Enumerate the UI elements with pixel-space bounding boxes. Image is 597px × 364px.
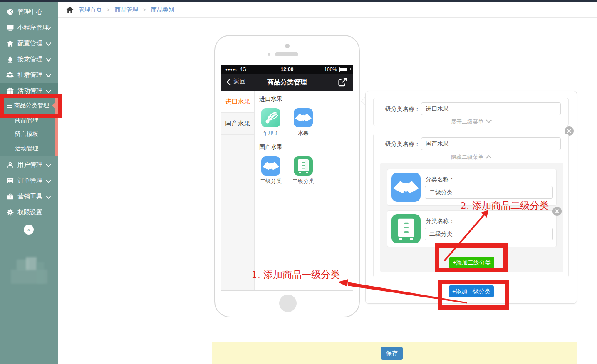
- sidebar-item-label: 社群管理: [17, 71, 42, 79]
- primary-category-name-input-2[interactable]: [421, 137, 561, 150]
- sidebar-subitem-product[interactable]: 商品管理: [0, 113, 55, 127]
- watermark-logo: [37, 262, 44, 284]
- add-secondary-category-button[interactable]: +添加二级分类: [449, 257, 494, 269]
- chevron-down-icon: [46, 193, 51, 199]
- secondary-category-panel: 分类名称： 分类名称： +添加二级分类: [380, 163, 563, 272]
- briefcase-icon: [6, 192, 14, 201]
- phone-category-tabs: 进口水果 国产水果: [221, 91, 255, 290]
- chevron-down-icon: [46, 56, 51, 62]
- sidebar-subitem-label: 商品分类管理: [14, 102, 49, 109]
- sidebar-subitem-label: 活动管理: [15, 145, 38, 152]
- phone-status-bar: ●●●●○ 4G 12:00 100%: [221, 65, 353, 74]
- annotation-step2-text: 2. 添加商品二级分类: [460, 199, 549, 212]
- remove-secondary-category-button[interactable]: [552, 207, 562, 216]
- home-icon: [66, 7, 74, 13]
- field-label: 一级分类名称：: [378, 141, 420, 148]
- battery-icon: [339, 67, 349, 72]
- sidebar-item-miniprogram[interactable]: 小程序管理: [0, 20, 58, 35]
- sidebar-item-label: 管理中心: [17, 8, 42, 16]
- category-item-label: 二级分类: [289, 178, 318, 185]
- cabinet-icon[interactable]: [391, 214, 421, 243]
- home-icon: [6, 39, 14, 47]
- ink-drop-icon: [6, 55, 14, 63]
- add-primary-category-button[interactable]: +添加一级分类: [449, 285, 494, 297]
- hide-submenu-toggle[interactable]: 隐藏二级菜单: [374, 154, 568, 161]
- category-item-label: 车厘子: [256, 129, 285, 137]
- sidebar-subitem-message-template[interactable]: 留言模板: [0, 127, 55, 141]
- battery-percent-label: 100%: [324, 67, 337, 72]
- annotation-step1-text: 1. 添加商品一级分类: [251, 268, 340, 281]
- chevron-down-icon: [46, 178, 51, 183]
- page: 管理中心 小程序管理 配置管理 接龙管理 社群管理: [0, 0, 597, 364]
- category-item-label: 二级分类: [256, 178, 285, 185]
- breadcrumb-link-product-category[interactable]: 商品类别: [151, 6, 174, 14]
- category-item-label: 水果: [289, 129, 318, 137]
- handshake-icon[interactable]: [261, 156, 280, 176]
- sidebar-item-label: 配置管理: [17, 40, 42, 47]
- breadcrumb: 管理首页 > 商品管理 > 商品类别: [58, 2, 597, 18]
- sidebar-item-label: 用户管理: [17, 161, 42, 169]
- primary-category-group-1: 一级分类名称： 展开二级菜单: [373, 98, 569, 126]
- sidebar-item-config[interactable]: 配置管理: [0, 35, 58, 51]
- gear-icon: [6, 208, 14, 216]
- sidebar-item-order[interactable]: 订单管理: [0, 173, 58, 188]
- handshake-icon[interactable]: [294, 108, 313, 127]
- share-icon[interactable]: [337, 77, 348, 89]
- breadcrumb-link-product-manage[interactable]: 商品管理: [115, 6, 138, 14]
- secondary-category-name-input-1[interactable]: [425, 186, 553, 199]
- user-icon: [6, 161, 14, 169]
- sidebar-subitem-label: 留言模板: [15, 131, 38, 138]
- chevron-down-icon: [486, 117, 492, 123]
- phone-page-title: 商品分类管理: [221, 78, 353, 87]
- phone-sensor-dot: [268, 53, 270, 56]
- cabinet-icon[interactable]: [294, 156, 313, 176]
- handshake-icon[interactable]: [391, 173, 421, 202]
- category-form-panel: 一级分类名称： 展开二级菜单 一级分类名称： 隐藏二级菜单 分: [365, 91, 577, 304]
- gift-icon: [6, 87, 14, 95]
- phone-camera-dot: [285, 44, 290, 48]
- tab-imported-fruit[interactable]: 进口水果: [221, 91, 254, 113]
- order-list-icon: [6, 176, 14, 185]
- section-title: 进口水果: [259, 95, 282, 103]
- expand-submenu-toggle[interactable]: 展开二级菜单: [374, 118, 568, 126]
- sidebar-item-user[interactable]: 用户管理: [0, 157, 58, 173]
- shuttlecock-icon[interactable]: [261, 108, 280, 127]
- phone-home-button[interactable]: [279, 295, 297, 312]
- sidebar-subitem-label: 商品管理: [15, 116, 38, 124]
- phone-nav-bar: 返回 商品分类管理: [221, 74, 353, 91]
- sidebar-subitem-activity-manage[interactable]: 活动管理: [0, 141, 55, 156]
- section-title: 国产水果: [259, 144, 282, 151]
- secondary-category-row: 分类名称：: [387, 210, 557, 247]
- sidebar-item-label: 权限设置: [17, 208, 42, 216]
- sidebar-collapse-button[interactable]: «: [24, 225, 34, 235]
- sidebar-subitem-product-category[interactable]: 商品分类管理: [0, 98, 55, 113]
- sidebar-item-jielong[interactable]: 接龙管理: [0, 51, 58, 67]
- field-label: 一级分类名称：: [378, 106, 420, 113]
- dashboard-icon: [6, 7, 14, 16]
- menu-bars-icon: [7, 104, 12, 108]
- toggle-label: 展开二级菜单: [451, 119, 483, 125]
- chevron-up-icon: [486, 155, 492, 161]
- sidebar-item-label: 订单管理: [17, 177, 42, 185]
- sidebar-item-community[interactable]: 社群管理: [0, 67, 58, 83]
- breadcrumb-link-home[interactable]: 管理首页: [79, 6, 102, 14]
- phone-speaker: [275, 52, 298, 56]
- breadcrumb-separator: >: [107, 7, 110, 13]
- phone-body: 进口水果 国产水果 进口水果 车厘子 水果 国产水果: [221, 91, 353, 290]
- sidebar-item-permission[interactable]: 权限设置: [0, 204, 58, 220]
- sidebar-item-label: 营销工具: [17, 193, 42, 201]
- phone-screen: ●●●●○ 4G 12:00 100% 返回 商品分类管理: [221, 65, 353, 291]
- users-icon: [6, 71, 14, 79]
- save-button[interactable]: 保存: [381, 347, 403, 360]
- secondary-category-name-input-2[interactable]: [425, 228, 553, 240]
- phone-category-content: 进口水果 车厘子 水果 国产水果 二级分类: [255, 91, 353, 290]
- sidebar-item-marketing[interactable]: 营销工具: [0, 188, 58, 204]
- sidebar: 管理中心 小程序管理 配置管理 接龙管理 社群管理: [0, 2, 58, 364]
- tab-domestic-fruit[interactable]: 国产水果: [221, 113, 254, 135]
- primary-category-name-input-1[interactable]: [421, 102, 561, 115]
- watermark-logo: [26, 257, 37, 270]
- breadcrumb-separator: >: [143, 7, 146, 13]
- sidebar-item-admin-center[interactable]: 管理中心: [0, 4, 58, 20]
- sidebar-submenu-activity: 商品分类管理 商品管理 留言模板 活动管理: [0, 96, 58, 156]
- monitor-icon: [6, 23, 14, 32]
